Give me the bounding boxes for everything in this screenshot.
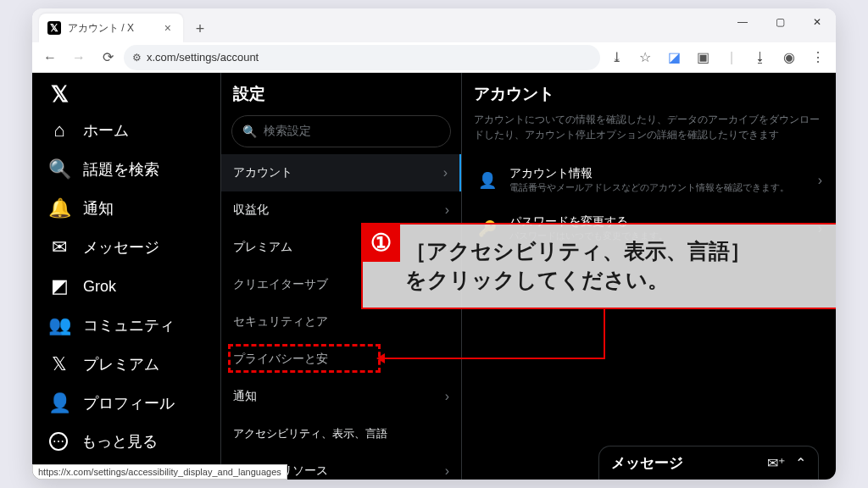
- home-icon: ⌂: [49, 119, 70, 141]
- tab-strip: 𝕏 アカウント / X × + — ▢ ✕: [32, 8, 836, 42]
- x-logo[interactable]: 𝕏: [39, 81, 80, 108]
- window-controls: — ▢ ✕: [724, 8, 836, 36]
- arrow-head: [376, 353, 385, 363]
- callout-number: ①: [361, 223, 400, 262]
- callout-line1: ［アクセシビリティ、表示、言語］: [405, 239, 751, 263]
- chevron-right-icon: ›: [443, 165, 448, 180]
- chevron-right-icon: ›: [818, 173, 822, 188]
- nav-explore[interactable]: 🔍話題を検索: [39, 150, 214, 189]
- messages-dock[interactable]: メッセージ ✉⁺ ⌃: [598, 446, 819, 480]
- nav-label: Grok: [83, 278, 116, 296]
- install-icon[interactable]: ⤓: [604, 45, 629, 70]
- chevron-right-icon: ›: [445, 389, 449, 404]
- detail-row-account-info[interactable]: 👤 アカウント情報 電話番号やメールアドレスなどのアカウント情報を確認できます。…: [474, 156, 824, 204]
- more-icon: ⋯: [49, 432, 68, 451]
- profile-icon[interactable]: ◉: [776, 45, 802, 70]
- search-icon: 🔍: [49, 158, 70, 180]
- nav-grok[interactable]: ◩Grok: [39, 267, 214, 306]
- nav-label: ホーム: [83, 120, 129, 141]
- downloads-icon[interactable]: ⭳: [748, 45, 773, 70]
- menu-icon[interactable]: ⋮: [805, 45, 831, 70]
- x-icon: 𝕏: [49, 353, 70, 375]
- browser-window: 𝕏 アカウント / X × + — ▢ ✕ ← → ⟳ ⚙ x.com/sett…: [32, 8, 836, 480]
- callout-text: ［アクセシビリティ、表示、言語］ をクリックしてください。: [405, 237, 751, 295]
- settings-search-wrap: 🔍 検索設定: [221, 115, 461, 154]
- settings-row-label: アカウント: [233, 165, 292, 180]
- nav-label: 話題を検索: [83, 159, 159, 180]
- person-icon: 👤: [476, 171, 499, 190]
- url-text: x.com/settings/account: [147, 51, 259, 64]
- messages-dock-icons: ✉⁺ ⌃: [767, 455, 806, 471]
- minimize-button[interactable]: —: [724, 8, 761, 36]
- nav-label: メッセージ: [83, 237, 159, 258]
- reload-button[interactable]: ⟳: [95, 45, 120, 70]
- divider: |: [719, 45, 744, 70]
- arrow-vertical: [604, 309, 605, 358]
- tab-close-button[interactable]: ×: [161, 21, 175, 35]
- highlight-box: [228, 344, 381, 373]
- settings-row-label: クリエイターサブ: [233, 277, 328, 292]
- person-icon: 👤: [49, 392, 70, 414]
- people-icon: 👥: [49, 314, 70, 336]
- primary-nav: 𝕏 ⌂ホーム 🔍話題を検索 🔔通知 ✉メッセージ ◩Grok 👥コミュニティ 𝕏…: [32, 73, 220, 480]
- chevron-right-icon: ›: [445, 463, 449, 479]
- x-favicon: 𝕏: [47, 21, 61, 35]
- detail-description: アカウントについての情報を確認したり、データのアーカイブをダウンロードしたり、ア…: [474, 112, 824, 142]
- nav-home[interactable]: ⌂ホーム: [39, 111, 214, 150]
- callout-number-text: ①: [370, 229, 392, 257]
- bookmark-icon[interactable]: ☆: [632, 45, 658, 70]
- detail-row-text: アカウント情報 電話番号やメールアドレスなどのアカウント情報を確認できます。: [509, 166, 808, 194]
- search-icon: 🔍: [242, 125, 257, 138]
- tab-title: アカウント / X: [68, 21, 134, 36]
- nav-communities[interactable]: 👥コミュニティ: [39, 306, 214, 345]
- callout-line2: をクリックしてください。: [405, 268, 669, 291]
- settings-row-label: 通知: [233, 389, 257, 404]
- settings-search[interactable]: 🔍 検索設定: [231, 115, 451, 147]
- site-info-icon[interactable]: ⚙: [132, 52, 142, 64]
- browser-tab[interactable]: 𝕏 アカウント / X ×: [39, 14, 183, 42]
- new-tab-button[interactable]: +: [188, 17, 212, 41]
- forward-button[interactable]: →: [66, 45, 92, 70]
- nav-label: もっと見る: [81, 431, 158, 452]
- back-button[interactable]: ←: [37, 45, 63, 70]
- detail-row-sub: 電話番号やメールアドレスなどのアカウント情報を確認できます。: [509, 181, 808, 194]
- search-placeholder: 検索設定: [264, 124, 311, 139]
- nav-label: プレミアム: [83, 354, 159, 374]
- callout-box: ① ［アクセシビリティ、表示、言語］ をクリックしてください。: [361, 223, 836, 309]
- settings-row-notifications[interactable]: 通知›: [221, 378, 461, 415]
- bell-icon: 🔔: [49, 197, 70, 219]
- close-button[interactable]: ✕: [798, 8, 836, 36]
- status-bar: https://x.com/settings/accessibility_dis…: [32, 464, 287, 480]
- settings-row-accessibility[interactable]: アクセシビリティ、表示、言語: [221, 415, 461, 452]
- messages-dock-label: メッセージ: [611, 453, 683, 473]
- settings-row-label: セキュリティとア: [233, 314, 328, 330]
- nav-label: コミュニティ: [83, 315, 175, 336]
- address-bar[interactable]: ⚙ x.com/settings/account: [124, 45, 600, 70]
- nav-more[interactable]: ⋯もっと見る: [39, 423, 214, 460]
- chevron-right-icon: ›: [445, 202, 449, 218]
- grok-icon: ◩: [49, 275, 70, 297]
- expand-icon[interactable]: ⌃: [795, 455, 806, 471]
- nav-profile[interactable]: 👤プロフィール: [39, 384, 214, 423]
- ext2-icon[interactable]: ▣: [690, 45, 715, 70]
- settings-row-label: 収益化: [233, 202, 269, 218]
- detail-row-title: アカウント情報: [509, 166, 808, 181]
- mail-icon: ✉: [49, 236, 70, 258]
- arrow-horizontal: [383, 358, 605, 359]
- nav-notifications[interactable]: 🔔通知: [39, 189, 214, 228]
- nav-label: プロフィール: [83, 393, 175, 413]
- settings-row-label: アクセシビリティ、表示、言語: [233, 426, 387, 441]
- maximize-button[interactable]: ▢: [761, 8, 798, 36]
- detail-title: アカウント: [474, 83, 824, 105]
- ext1-icon[interactable]: ◪: [661, 45, 687, 70]
- settings-row-account[interactable]: アカウント›: [221, 154, 461, 191]
- settings-title: 設定: [221, 73, 461, 115]
- settings-row-label: プレミアム: [233, 240, 292, 255]
- compose-message-icon[interactable]: ✉⁺: [767, 455, 785, 471]
- toolbar: ← → ⟳ ⚙ x.com/settings/account ⤓ ☆ ◪ ▣ |…: [32, 42, 836, 73]
- nav-premium[interactable]: 𝕏プレミアム: [39, 345, 214, 384]
- nav-messages[interactable]: ✉メッセージ: [39, 228, 214, 267]
- nav-label: 通知: [83, 198, 114, 219]
